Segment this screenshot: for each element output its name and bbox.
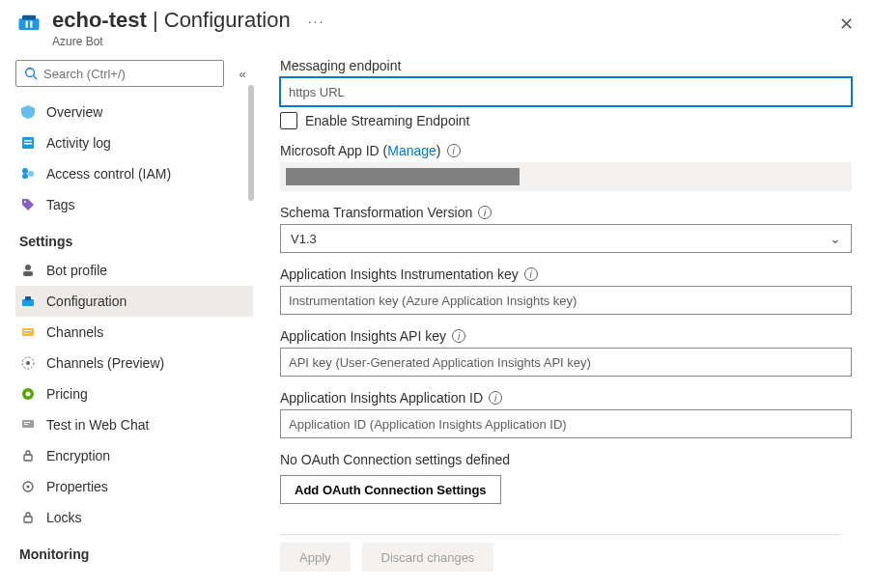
sidebar-item-pricing[interactable]: Pricing — [15, 378, 253, 409]
sidebar-item-tags[interactable]: Tags — [15, 189, 253, 220]
svg-point-10 — [28, 171, 34, 177]
sidebar-search-input[interactable] — [15, 60, 224, 87]
ai-instrumentation-key-input[interactable] — [280, 286, 852, 315]
resource-type-label: Azure Bot — [52, 35, 291, 48]
bot-resource-icon — [15, 10, 42, 37]
svg-rect-3 — [30, 21, 32, 28]
search-icon — [24, 67, 38, 80]
svg-point-23 — [26, 392, 31, 397]
lock-icon — [19, 509, 37, 526]
sidebar-section-settings: Settings — [19, 234, 253, 249]
sidebar-item-channels-preview[interactable]: Channels (Preview) — [15, 348, 253, 378]
ai-application-id-label: Application Insights Application IDi — [280, 390, 852, 406]
app-id-value — [280, 162, 852, 191]
svg-rect-27 — [24, 455, 32, 461]
svg-rect-11 — [22, 174, 28, 179]
sidebar-item-locks[interactable]: Locks — [15, 502, 253, 533]
pricing-icon — [19, 385, 37, 403]
svg-rect-7 — [24, 140, 32, 142]
svg-rect-19 — [24, 333, 29, 334]
svg-line-5 — [34, 76, 38, 80]
ai-api-key-label: Application Insights API keyi — [280, 328, 852, 344]
info-icon[interactable]: i — [447, 144, 461, 157]
overview-icon — [19, 103, 37, 121]
sidebar-item-encryption[interactable]: Encryption — [15, 440, 253, 471]
info-icon[interactable]: i — [524, 267, 538, 281]
svg-rect-15 — [22, 299, 34, 306]
close-blade-button[interactable]: ✕ — [839, 14, 854, 35]
svg-rect-0 — [19, 18, 40, 30]
add-oauth-connection-button[interactable]: Add OAuth Connection Settings — [280, 475, 501, 504]
app-id-label: Microsoft App ID (Manage) i — [280, 143, 852, 158]
sidebar-section-monitoring: Monitoring — [19, 546, 253, 562]
sidebar-item-channels[interactable]: Channels — [15, 317, 253, 348]
ai-instrumentation-key-label: Application Insights Instrumentation key… — [280, 266, 852, 282]
svg-rect-25 — [24, 422, 30, 423]
svg-rect-14 — [23, 271, 33, 276]
messaging-endpoint-input[interactable] — [280, 77, 852, 106]
schema-version-label: Schema Transformation Versioni — [280, 205, 852, 220]
lock-icon — [19, 447, 37, 464]
more-actions-button[interactable]: ··· — [308, 14, 325, 29]
svg-point-21 — [26, 361, 30, 365]
chevron-down-icon: ⌄ — [830, 231, 841, 246]
info-icon[interactable]: i — [478, 206, 492, 219]
svg-rect-8 — [24, 143, 32, 145]
manage-app-id-link[interactable]: Manage — [387, 143, 436, 158]
configuration-icon — [19, 293, 37, 310]
footer-actions: Apply Discard changes — [280, 534, 840, 572]
webchat-icon — [19, 416, 37, 434]
sidebar-item-bot-profile[interactable]: Bot profile — [15, 255, 253, 286]
sidebar-item-configuration[interactable]: Configuration — [15, 286, 253, 317]
content-pane: Messaging endpoint Enable Streaming Endp… — [253, 52, 873, 583]
tags-icon — [19, 196, 37, 213]
svg-rect-16 — [25, 296, 31, 300]
apply-button[interactable]: Apply — [280, 543, 351, 572]
blade-header: echo-test | Configuration Azure Bot ··· — [0, 0, 873, 52]
svg-rect-1 — [22, 15, 36, 20]
activity-log-icon — [19, 134, 37, 152]
page-title: echo-test | Configuration — [52, 8, 291, 33]
channels-preview-icon — [19, 354, 37, 372]
svg-rect-2 — [26, 21, 28, 28]
sidebar-item-overview[interactable]: Overview — [15, 97, 253, 127]
info-icon[interactable]: i — [452, 329, 465, 343]
enable-streaming-checkbox[interactable]: Enable Streaming Endpoint — [280, 112, 852, 129]
svg-rect-18 — [24, 330, 32, 331]
messaging-endpoint-label: Messaging endpoint — [280, 58, 852, 73]
collapse-sidebar-button[interactable]: « — [232, 67, 253, 81]
ai-application-id-input[interactable] — [280, 409, 852, 438]
checkbox-box[interactable] — [280, 112, 297, 129]
properties-icon — [19, 478, 37, 495]
sidebar-item-access-control[interactable]: Access control (IAM) — [15, 158, 253, 189]
svg-rect-26 — [24, 424, 28, 425]
channels-icon — [19, 323, 37, 341]
sidebar-item-activity-log[interactable]: Activity log — [15, 127, 253, 158]
ai-api-key-input[interactable] — [280, 348, 852, 377]
svg-point-9 — [22, 168, 28, 174]
sidebar-item-test-in-web-chat[interactable]: Test in Web Chat — [15, 409, 253, 440]
bot-profile-icon — [19, 262, 37, 279]
svg-rect-17 — [22, 328, 34, 336]
schema-version-select[interactable]: V1.3 ⌄ — [280, 224, 852, 253]
oauth-empty-message: No OAuth Connection settings defined — [280, 452, 852, 467]
svg-point-12 — [24, 201, 26, 203]
sidebar: « Overview Activity log Access control (… — [0, 52, 253, 583]
sidebar-item-properties[interactable]: Properties — [15, 471, 253, 502]
discard-changes-button[interactable]: Discard changes — [362, 543, 494, 572]
info-icon[interactable]: i — [489, 391, 502, 405]
iam-icon — [19, 165, 37, 182]
svg-point-13 — [25, 265, 31, 270]
svg-point-4 — [26, 69, 35, 77]
svg-rect-30 — [24, 517, 32, 522]
svg-point-29 — [27, 486, 30, 489]
